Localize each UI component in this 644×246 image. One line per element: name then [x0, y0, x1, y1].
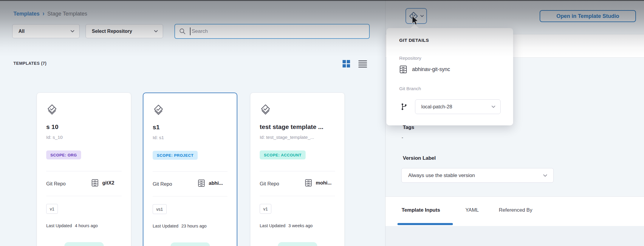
git-repo-label: Git Repo: [46, 181, 66, 187]
repository-label: Repository: [399, 56, 421, 61]
grid-view-icon: [342, 60, 350, 68]
branch-select-value: local-patch-28: [421, 104, 452, 110]
grid-view-toggle[interactable]: [342, 60, 351, 68]
divider: [260, 196, 335, 196]
tab-yaml[interactable]: YAML: [465, 207, 479, 213]
chevron-down-icon: [420, 15, 424, 17]
git-repo-label: Git Repo: [260, 181, 279, 187]
stable-badge: [278, 242, 317, 246]
git-repo-value: mohi...: [316, 180, 332, 186]
last-updated: Last Updated3 weeks ago: [260, 223, 313, 228]
card-title: s 10: [46, 123, 58, 130]
chevron-down-icon: [491, 105, 496, 108]
tab-template-inputs[interactable]: Template Inputs: [402, 207, 440, 213]
scope-badge: SCOPE: PROJECT: [153, 151, 198, 160]
divider: [153, 171, 227, 172]
git-repo-value: gitX2: [102, 180, 114, 186]
active-tab-underline: [397, 223, 453, 225]
card-id: Id: s_10: [46, 135, 63, 140]
template-icon: [46, 104, 58, 116]
repo-icon: [91, 179, 99, 187]
repo-icon: [399, 65, 407, 74]
tab-content-area: [386, 226, 644, 246]
open-in-template-studio-button[interactable]: Open in Template Studio: [540, 10, 636, 22]
stable-badge: [64, 242, 104, 246]
card-id: Id: test_stage_template_...: [260, 135, 314, 140]
chevron-right-icon: ›: [43, 10, 44, 18]
type-filter-dropdown[interactable]: All: [12, 24, 80, 38]
template-icon: [153, 104, 165, 116]
repository-value: abhinav-git-sync: [412, 66, 450, 73]
templates-list-panel: Templates › Stage Templates All Select R…: [0, 0, 385, 246]
chevron-down-icon: [543, 174, 547, 177]
card-title: test stage template ...: [260, 123, 323, 130]
templates-count-label: TEMPLATES (7): [13, 61, 47, 66]
chevron-down-icon: [154, 30, 158, 33]
card-id: Id: s1: [153, 135, 164, 140]
branch-select[interactable]: local-patch-28: [415, 99, 501, 114]
repo-icon: [198, 179, 205, 187]
search-input[interactable]: Search: [174, 24, 370, 39]
stable-badge: [171, 242, 210, 246]
tags-value: -: [402, 135, 403, 140]
breadcrumb: Templates › Stage Templates: [13, 11, 87, 17]
divider: [46, 196, 122, 196]
git-branch-label: Git Branch: [399, 86, 421, 91]
search-icon: [179, 28, 186, 35]
git-branch-icon: [400, 103, 408, 111]
version-select-value: Always use the stable version: [408, 173, 475, 179]
search-placeholder: Search: [192, 28, 208, 34]
card-title: s1: [153, 124, 160, 131]
version-chip: vs1: [153, 204, 167, 214]
tags-label: Tags: [403, 124, 414, 130]
divider: [260, 171, 335, 171]
version-label: Version Label: [403, 155, 436, 161]
breadcrumb-templates-link[interactable]: Templates: [13, 11, 40, 17]
type-filter-value: All: [18, 29, 24, 34]
template-card-s10[interactable]: s 10 Id: s_10 SCOPE: ORG Git Repo gitX2 …: [37, 93, 131, 246]
repo-icon: [305, 179, 312, 187]
git-repo-value: abhi...: [209, 180, 223, 186]
template-icon: [260, 104, 272, 116]
last-updated: Last Updated23 hours ago: [153, 224, 207, 228]
list-view-toggle[interactable]: [358, 60, 367, 68]
git-repo-label: Git Repo: [153, 181, 172, 187]
repository-filter-dropdown[interactable]: Select Repository: [86, 24, 163, 38]
popover-title: GIT DETAILS: [399, 38, 429, 43]
text-cursor: [190, 27, 191, 35]
mouse-cursor: [412, 16, 419, 26]
breadcrumb-current: Stage Templates: [47, 11, 87, 17]
repository-filter-value: Select Repository: [92, 29, 132, 34]
version-chip: v1: [46, 204, 58, 214]
scope-badge: SCOPE: ACCOUNT: [260, 150, 306, 159]
stage-templates-page: Templates › Stage Templates All Select R…: [0, 0, 644, 246]
git-details-popover: GIT DETAILS Repository abhinav-git-sync …: [386, 28, 513, 125]
divider: [46, 171, 122, 171]
list-view-icon: [358, 60, 367, 68]
last-updated: Last Updated4 hours ago: [46, 223, 98, 228]
template-card-s1[interactable]: s1 Id: s1 SCOPE: PROJECT Git Repo abhi..…: [143, 93, 237, 246]
top-edge-strip: [0, 0, 644, 1]
chevron-down-icon: [70, 30, 75, 33]
template-card-test-stage[interactable]: test stage template ... Id: test_stage_t…: [250, 93, 345, 246]
divider: [153, 196, 227, 196]
scope-badge: SCOPE: ORG: [46, 150, 81, 159]
tab-referenced-by[interactable]: Referenced By: [499, 207, 532, 213]
version-select[interactable]: Always use the stable version: [401, 168, 554, 183]
version-chip: v1: [260, 204, 271, 214]
